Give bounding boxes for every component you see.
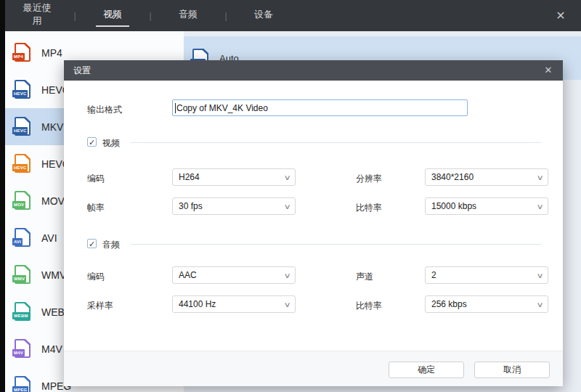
mov-file-icon: MOV — [12, 191, 34, 211]
video-bitrate-value: 15000 kbps — [431, 201, 476, 211]
framerate-label: 帧率 — [87, 202, 105, 214]
audio-codec-value: AAC — [179, 270, 197, 280]
audio-codec-dropdown[interactable]: AAC ∨ — [172, 266, 296, 284]
avi-file-icon: AVI — [12, 228, 34, 248]
video-codec-label: 编码 — [87, 173, 105, 185]
chevron-down-icon: ∨ — [283, 301, 290, 309]
tab-label: 最近使用 — [12, 0, 62, 33]
dialog-title: 设置 — [73, 65, 91, 77]
chevron-down-icon: ∨ — [536, 173, 543, 181]
channels-dropdown[interactable]: 2 ∨ — [425, 266, 548, 284]
chevron-down-icon: ∨ — [283, 203, 290, 211]
video-codec-value: H264 — [179, 172, 200, 182]
hevc-file-icon: HEVC — [12, 117, 34, 136]
dialog-titlebar: 设置 ✕ — [64, 60, 563, 81]
top-tab-bar: 最近使用 | 视频 | 音频 | 设备 ✕ — [0, 0, 581, 31]
framerate-value: 30 fps — [179, 201, 203, 211]
hevc-file-icon: HEVC — [12, 154, 34, 173]
tab-label: 视频 — [96, 5, 129, 27]
tab-label: 音频 — [171, 5, 205, 27]
m4v-file-icon: M4V — [12, 339, 34, 359]
cancel-button[interactable]: 取消 — [474, 362, 550, 378]
samplerate-value: 44100 Hz — [179, 299, 216, 309]
webm-file-icon: WEBM — [12, 302, 34, 322]
resolution-value: 3840*2160 — [431, 172, 474, 182]
chevron-down-icon: ∨ — [536, 271, 543, 279]
samplerate-label: 采样率 — [87, 300, 113, 312]
sidebar-item-label: MOV — [41, 195, 65, 207]
output-format-label: 输出格式 — [87, 104, 122, 116]
ok-button[interactable]: 确定 — [389, 362, 464, 378]
window-edge-strip — [0, 0, 5, 392]
output-format-input[interactable]: Copy of MKV_4K Video — [172, 99, 468, 116]
audio-bitrate-label: 比特率 — [356, 300, 382, 312]
tab-separator: | — [62, 11, 87, 21]
sidebar-item-label: AVI — [41, 232, 57, 244]
output-format-value: Copy of MKV_4K Video — [176, 103, 268, 113]
samplerate-dropdown[interactable]: 44100 Hz ∨ — [172, 295, 296, 313]
chevron-down-icon: ∨ — [536, 203, 543, 211]
video-section-label: 视频 — [102, 137, 120, 150]
window-close-icon[interactable]: ✕ — [552, 7, 569, 25]
video-bitrate-label: 比特率 — [356, 202, 382, 214]
tab-device[interactable]: 设备 — [238, 0, 289, 31]
channels-label: 声道 — [356, 271, 373, 283]
chevron-down-icon: ∨ — [283, 173, 290, 181]
chevron-down-icon: ∨ — [283, 271, 290, 279]
audio-section-divider — [131, 244, 541, 245]
dialog-close-icon[interactable]: ✕ — [541, 63, 556, 78]
video-checkbox[interactable]: ✓ — [87, 137, 97, 147]
wmv-file-icon: WMV — [12, 265, 34, 285]
audio-bitrate-dropdown[interactable]: 256 kbps ∨ — [425, 295, 548, 313]
video-codec-dropdown[interactable]: H264 ∨ — [172, 168, 296, 186]
resolution-label: 分辨率 — [356, 173, 382, 185]
tab-separator: | — [214, 11, 238, 21]
tab-recently-used[interactable]: 最近使用 — [12, 0, 62, 31]
sidebar-item-label: WMV — [41, 269, 66, 281]
tab-audio[interactable]: 音频 — [163, 0, 214, 31]
sidebar-item-label: MP4 — [41, 47, 62, 59]
tab-video[interactable]: 视频 — [87, 0, 138, 31]
resolution-dropdown[interactable]: 3840*2160 ∨ — [425, 168, 548, 186]
sidebar-item-label: MKV — [41, 121, 63, 133]
audio-section-label: 音频 — [102, 239, 120, 251]
text-caret — [175, 103, 176, 113]
tab-separator: | — [138, 11, 163, 21]
mp4-file-icon: MP4 — [12, 43, 34, 62]
audio-checkbox[interactable]: ✓ — [87, 239, 97, 248]
dialog-footer: 确定 取消 — [64, 351, 563, 386]
chevron-down-icon: ∨ — [536, 301, 543, 309]
hevc-file-icon: HEVC — [12, 80, 34, 99]
video-bitrate-dropdown[interactable]: 15000 kbps ∨ — [425, 197, 548, 215]
framerate-dropdown[interactable]: 30 fps ∨ — [172, 197, 296, 215]
settings-dialog: 设置 ✕ 输出格式 Copy of MKV_4K Video ✓ 视频 编码 H… — [64, 60, 563, 386]
app-window: 最近使用 | 视频 | 音频 | 设备 ✕ MP4 MP4 HEVC — [0, 0, 581, 392]
video-section-divider — [131, 142, 541, 143]
sidebar-item-label: M4V — [41, 343, 62, 355]
tab-label: 设备 — [247, 5, 280, 27]
audio-codec-label: 编码 — [87, 271, 105, 283]
audio-bitrate-value: 256 kbps — [431, 299, 467, 309]
mpeg-file-icon: MPEG — [12, 376, 34, 392]
channels-value: 2 — [431, 270, 436, 280]
